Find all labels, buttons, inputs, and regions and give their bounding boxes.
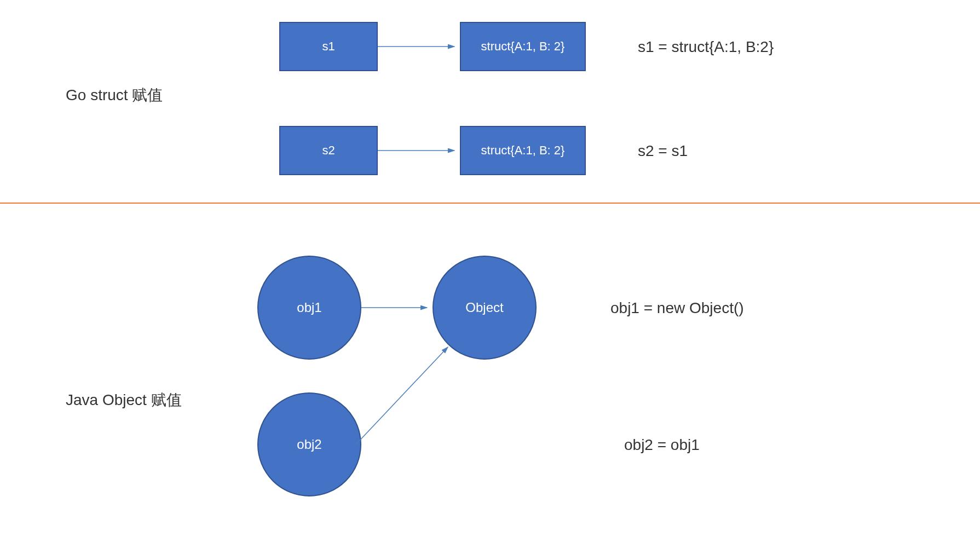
obj1-code: obj1 = new Object() (610, 299, 744, 317)
obj1-label: obj1 (297, 300, 321, 315)
obj2-label: obj2 (297, 437, 321, 452)
s2-box: s2 (279, 126, 378, 175)
s2-label: s2 (322, 143, 335, 158)
svg-line-3 (356, 347, 448, 444)
arrow-s1 (378, 41, 460, 52)
arrow-obj1 (361, 302, 433, 313)
obj2-code: obj2 = obj1 (624, 436, 700, 454)
go-struct-title: Go struct 赋值 (66, 85, 163, 106)
s1-label: s1 (322, 39, 335, 54)
object-circle: Object (433, 256, 537, 360)
obj2-circle: obj2 (257, 392, 361, 496)
s2-struct-label: struct{A:1, B: 2} (481, 143, 565, 158)
s2-code: s2 = s1 (638, 142, 688, 160)
s2-struct-box: struct{A:1, B: 2} (460, 126, 586, 175)
arrow-s2 (378, 145, 460, 156)
s1-code: s1 = struct{A:1, B:2} (638, 38, 774, 56)
s1-struct-box: struct{A:1, B: 2} (460, 22, 586, 71)
java-object-title: Java Object 赋值 (66, 390, 182, 411)
java-object-section: Java Object 赋值 obj1 Object obj2 obj1 = n… (0, 204, 980, 543)
s1-struct-label: struct{A:1, B: 2} (481, 39, 565, 54)
arrow-obj2 (356, 340, 465, 450)
object-label: Object (465, 300, 503, 315)
obj1-circle: obj1 (257, 256, 361, 360)
go-struct-section: Go struct 赋值 s1 struct{A:1, B: 2} s1 = s… (0, 0, 980, 203)
s1-box: s1 (279, 22, 378, 71)
